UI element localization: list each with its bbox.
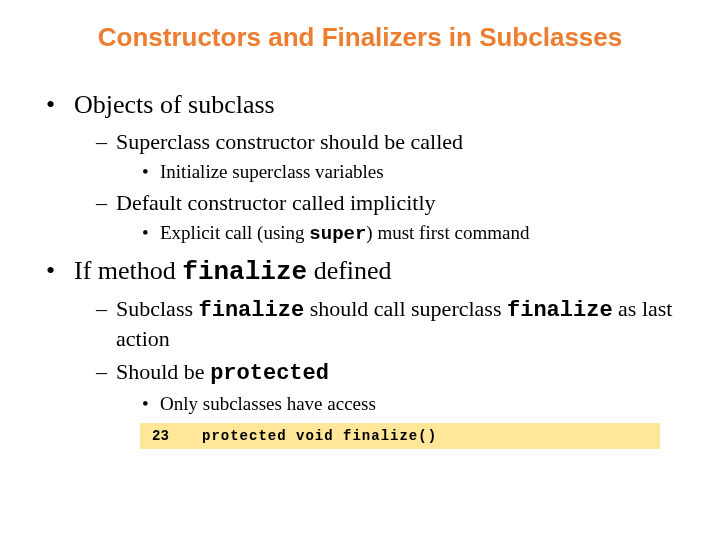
slide: Constructors and Finalizers in Subclasse…: [0, 0, 720, 540]
bullet-2: If method finalize defined Subclass fina…: [40, 255, 680, 449]
bullet-1-text: Objects of subclass: [74, 90, 275, 119]
bullet-2-1-b: should call superclass: [304, 296, 507, 321]
bullet-1-1-1-text: Initialize superclass variables: [160, 161, 384, 182]
code-line-number: 23: [140, 427, 202, 445]
bullet-1-1: Superclass constructor should be called …: [96, 128, 680, 185]
bullet-2-2: Should be protected Only subclasses have…: [96, 358, 680, 449]
bullet-1-2-text: Default constructor called implicitly: [116, 190, 436, 215]
bullet-1-2-1-code: super: [309, 223, 366, 245]
bullet-2-1: Subclass finalize should call superclass…: [96, 295, 680, 354]
bullet-2-2-1: Only subclasses have access: [142, 392, 680, 417]
code-text: protected void finalize(): [202, 427, 437, 445]
bullet-1: Objects of subclass Superclass construct…: [40, 89, 680, 247]
bullet-2-code: finalize: [182, 257, 307, 287]
bullet-2-1-code2: finalize: [507, 298, 613, 323]
bullet-list: Objects of subclass Superclass construct…: [40, 89, 680, 449]
bullet-1-1-1: Initialize superclass variables: [142, 160, 680, 185]
bullet-1-1-text: Superclass constructor should be called: [116, 129, 463, 154]
bullet-2-2-a: Should be: [116, 359, 210, 384]
bullet-1-2: Default constructor called implicitly Ex…: [96, 189, 680, 247]
bullet-2-2-1-text: Only subclasses have access: [160, 393, 376, 414]
code-box: 23 protected void finalize(): [140, 423, 660, 449]
bullet-1-2-1-b: ) must first command: [366, 222, 529, 243]
bullet-2-1-a: Subclass: [116, 296, 199, 321]
bullet-1-2-1-a: Explicit call (using: [160, 222, 309, 243]
bullet-2-1-code1: finalize: [199, 298, 305, 323]
bullet-2-a: If method: [74, 256, 182, 285]
bullet-2-b: defined: [307, 256, 391, 285]
bullet-2-2-code: protected: [210, 361, 329, 386]
bullet-1-2-1: Explicit call (using super) must first c…: [142, 221, 680, 247]
slide-title: Constructors and Finalizers in Subclasse…: [40, 22, 680, 53]
